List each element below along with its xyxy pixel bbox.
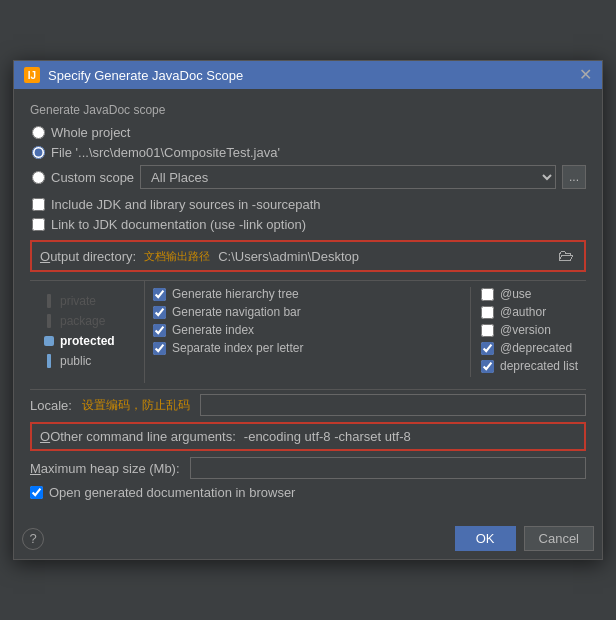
radio-row-whole-project: Whole project bbox=[30, 125, 586, 140]
locale-label: Locale: bbox=[30, 398, 72, 413]
opt-navbar-label: Generate navigation bar bbox=[172, 305, 301, 319]
locale-input[interactable] bbox=[200, 394, 586, 416]
title-bar: IJ Specify Generate JavaDoc Scope ✕ bbox=[14, 61, 602, 89]
output-dir-input[interactable] bbox=[218, 249, 556, 264]
opt-row-navbar: Generate navigation bar bbox=[153, 305, 462, 319]
browse-folder-button[interactable]: 🗁 bbox=[556, 247, 576, 265]
middle-section: private package protected bbox=[30, 280, 586, 383]
radio-label-custom: Custom scope bbox=[51, 170, 134, 185]
opt-version-checkbox[interactable] bbox=[481, 324, 494, 337]
radio-label-whole-project: Whole project bbox=[51, 125, 130, 140]
vis-label-package: package bbox=[60, 314, 105, 328]
output-directory-box: Output directory: 文档输出路径 🗁 bbox=[30, 240, 586, 272]
custom-scope-row: Custom scope All Places ... bbox=[30, 165, 586, 189]
radio-file[interactable] bbox=[32, 146, 45, 159]
opt-index-label: Generate index bbox=[172, 323, 254, 337]
vis-bar-segment-private bbox=[47, 294, 51, 308]
other-args-label: OOther command line arguments: bbox=[40, 429, 236, 444]
opt-author-checkbox[interactable] bbox=[481, 306, 494, 319]
opt-navbar-checkbox[interactable] bbox=[153, 306, 166, 319]
title-bar-left: IJ Specify Generate JavaDoc Scope bbox=[24, 67, 243, 83]
opt-row-version: @version bbox=[481, 323, 578, 337]
opt-hierarchy-checkbox[interactable] bbox=[153, 288, 166, 301]
open-browser-checkbox[interactable] bbox=[30, 486, 43, 499]
opt-row-author: @author bbox=[481, 305, 578, 319]
heap-label: Maximum heap size (Mb): bbox=[30, 461, 180, 476]
opt-separate-index-label: Separate index per letter bbox=[172, 341, 303, 355]
vis-bar-protected bbox=[42, 336, 56, 346]
dialog-content: Generate JavaDoc scope Whole project Fil… bbox=[14, 89, 602, 520]
output-dir-label: Output directory: bbox=[40, 249, 136, 264]
vis-bar-private bbox=[42, 294, 56, 308]
opt-row-deprecated-list: deprecated list bbox=[481, 359, 578, 373]
vis-row-public[interactable]: public bbox=[34, 351, 140, 371]
visibility-panel: private package protected bbox=[30, 281, 145, 383]
footer-buttons: OK Cancel bbox=[455, 526, 594, 551]
vis-bar-package bbox=[42, 314, 56, 328]
cancel-button[interactable]: Cancel bbox=[524, 526, 594, 551]
vis-bar-segment-package bbox=[47, 314, 51, 328]
opt-use-label: @use bbox=[500, 287, 532, 301]
ok-button[interactable]: OK bbox=[455, 526, 516, 551]
opt-row-use: @use bbox=[481, 287, 578, 301]
other-args-input[interactable] bbox=[244, 429, 576, 444]
include-jdk-checkbox[interactable] bbox=[32, 198, 45, 211]
options-panel: Generate hierarchy tree Generate navigat… bbox=[145, 281, 586, 383]
radio-whole-project[interactable] bbox=[32, 126, 45, 139]
link-jdk-checkbox[interactable] bbox=[32, 218, 45, 231]
scope-section-label: Generate JavaDoc scope bbox=[30, 103, 586, 117]
other-args-rest: Other command line arguments: bbox=[50, 429, 236, 444]
opt-hierarchy-label: Generate hierarchy tree bbox=[172, 287, 299, 301]
other-args-box: OOther command line arguments: bbox=[30, 422, 586, 451]
output-dir-annotation: 文档输出路径 bbox=[144, 249, 210, 264]
locale-annotation: 设置编码，防止乱码 bbox=[82, 397, 190, 414]
options-cols: Generate hierarchy tree Generate navigat… bbox=[153, 287, 578, 377]
vis-row-package[interactable]: package bbox=[34, 311, 140, 331]
vis-indicator-protected bbox=[44, 336, 54, 346]
opt-row-hierarchy: Generate hierarchy tree bbox=[153, 287, 462, 301]
vis-bar-segment-public bbox=[47, 354, 51, 368]
locale-row: Locale: 设置编码，防止乱码 bbox=[30, 389, 586, 416]
dialog-footer: ? OK Cancel bbox=[14, 520, 602, 559]
include-jdk-row: Include JDK and library sources in -sour… bbox=[30, 197, 586, 212]
options-left: Generate hierarchy tree Generate navigat… bbox=[153, 287, 462, 377]
close-button[interactable]: ✕ bbox=[579, 67, 592, 83]
link-jdk-row: Link to JDK documentation (use -link opt… bbox=[30, 217, 586, 232]
vis-label-protected: protected bbox=[60, 334, 115, 348]
opt-deprecated-list-checkbox[interactable] bbox=[481, 360, 494, 373]
include-jdk-label: Include JDK and library sources in -sour… bbox=[51, 197, 321, 212]
open-browser-row: Open generated documentation in browser bbox=[30, 485, 586, 500]
radio-row-file: File '...\src\demo01\CompositeTest.java' bbox=[30, 145, 586, 160]
vis-row-private[interactable]: private bbox=[34, 291, 140, 311]
opt-index-checkbox[interactable] bbox=[153, 324, 166, 337]
app-icon: IJ bbox=[24, 67, 40, 83]
heap-input[interactable] bbox=[190, 457, 586, 479]
heap-label-rest: aximum heap size (Mb): bbox=[41, 461, 180, 476]
vis-bar-public bbox=[42, 354, 56, 368]
radio-custom-scope[interactable] bbox=[32, 171, 45, 184]
other-args-underline: O bbox=[40, 429, 50, 444]
options-right: @use @author @version @deprecated bbox=[470, 287, 578, 377]
custom-scope-select[interactable]: All Places bbox=[140, 165, 556, 189]
heap-row: Maximum heap size (Mb): bbox=[30, 457, 586, 479]
dialog-window: IJ Specify Generate JavaDoc Scope ✕ Gene… bbox=[13, 60, 603, 560]
scope-more-button[interactable]: ... bbox=[562, 165, 586, 189]
opt-use-checkbox[interactable] bbox=[481, 288, 494, 301]
opt-deprecated-list-label: deprecated list bbox=[500, 359, 578, 373]
opt-row-separate-index: Separate index per letter bbox=[153, 341, 462, 355]
help-button[interactable]: ? bbox=[22, 528, 44, 550]
dialog-title: Specify Generate JavaDoc Scope bbox=[48, 68, 243, 83]
radio-label-file: File '...\src\demo01\CompositeTest.java' bbox=[51, 145, 280, 160]
vis-label-public: public bbox=[60, 354, 91, 368]
open-browser-label: Open generated documentation in browser bbox=[49, 485, 295, 500]
opt-separate-index-checkbox[interactable] bbox=[153, 342, 166, 355]
output-dir-label-underline: O bbox=[40, 249, 50, 264]
visibility-list: private package protected bbox=[34, 287, 140, 375]
vis-row-protected[interactable]: protected bbox=[34, 331, 140, 351]
opt-deprecated-label: @deprecated bbox=[500, 341, 572, 355]
opt-row-deprecated: @deprecated bbox=[481, 341, 578, 355]
output-dir-label-rest: utput directory: bbox=[50, 249, 136, 264]
link-jdk-label: Link to JDK documentation (use -link opt… bbox=[51, 217, 306, 232]
opt-deprecated-checkbox[interactable] bbox=[481, 342, 494, 355]
vis-label-private: private bbox=[60, 294, 96, 308]
